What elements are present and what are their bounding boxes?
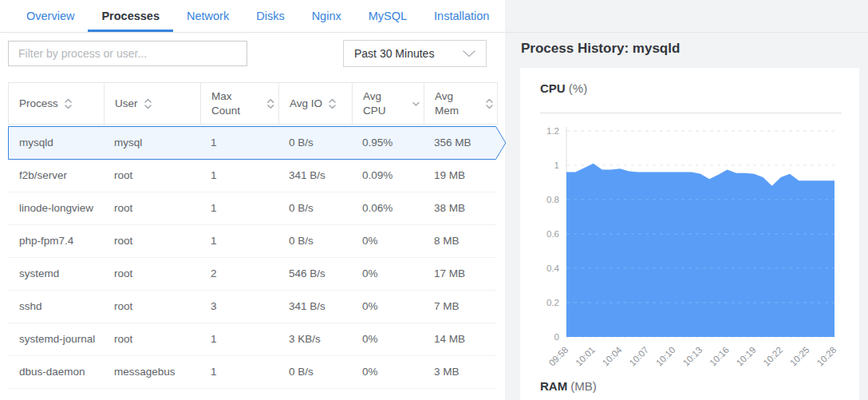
cell-user: root	[103, 225, 199, 257]
cell-max-count: 1	[199, 192, 278, 224]
cell-avg-mem: 19 MB	[423, 160, 496, 192]
cell-avg-cpu: 0.09%	[351, 160, 423, 192]
cpu-chart-title-label: CPU	[540, 81, 566, 95]
svg-text:0.8: 0.8	[546, 195, 559, 204]
column-label: Avg CPU	[363, 89, 406, 117]
cell-process: linode-longview	[8, 192, 103, 224]
cpu-chart-title: CPU (%)	[540, 81, 587, 95]
cell-avg-mem: 4 MB	[423, 389, 496, 400]
table-row[interactable]: systemdroot2546 B/s0%17 MB	[8, 258, 496, 291]
cell-user: root	[103, 323, 199, 355]
tab-disks[interactable]: Disks	[243, 0, 298, 32]
svg-text:09:58: 09:58	[547, 345, 570, 368]
cell-avg-mem: 17 MB	[423, 258, 496, 290]
cell-avg-io: 0 B/s	[278, 126, 351, 160]
cell-avg-mem: 38 MB	[423, 192, 496, 224]
cell-avg-io: 0 B/s	[278, 389, 351, 400]
table-row[interactable]: systemd-loginroot10 B/s0%4 MB	[8, 389, 496, 400]
column-header-user[interactable]: User	[104, 83, 200, 124]
table-row-selected[interactable]: mysqldmysql10 B/s0.95%356 MB	[8, 126, 507, 160]
svg-text:10:07: 10:07	[627, 345, 650, 368]
chart-title-divider	[540, 113, 842, 113]
table-row[interactable]: sshdroot3341 B/s0%7 MB	[8, 291, 496, 323]
svg-text:0.6: 0.6	[546, 229, 559, 239]
column-header-avg-mem[interactable]: Avg Mem	[424, 83, 497, 124]
tab-bar: OverviewProcessesNetworkDisksNginxMySQLI…	[0, 0, 868, 33]
cell-avg-cpu: 0%	[351, 258, 423, 290]
cell-avg-io: 546 B/s	[278, 258, 351, 290]
cell-user: root	[103, 192, 199, 224]
cell-max-count: 1	[199, 126, 278, 160]
cell-avg-mem: 356 MB	[423, 126, 496, 160]
column-label: User	[115, 97, 138, 111]
cell-max-count: 3	[199, 291, 278, 323]
table-row[interactable]: php-fpm7.4root10 B/s0%8 MB	[8, 225, 496, 258]
cell-avg-io: 0 B/s	[278, 356, 351, 388]
process-history-card: CPU (%) 00.20.40.60.811.209:5810:0110:04…	[520, 68, 859, 400]
svg-text:10:25: 10:25	[788, 345, 811, 368]
ram-chart-title: RAM (MB)	[540, 379, 597, 393]
tab-nginx[interactable]: Nginx	[298, 0, 355, 32]
time-range-select[interactable]: Past 30 Minutes	[343, 40, 487, 67]
cell-user: mysql	[103, 126, 199, 160]
table-row[interactable]: dbus-daemonmessagebus10 B/s0%3 MB	[8, 356, 496, 389]
cell-process: php-fpm7.4	[8, 225, 103, 257]
svg-text:1.2: 1.2	[546, 126, 559, 136]
cell-avg-cpu: 0%	[351, 323, 423, 355]
sort-both-icon	[266, 97, 275, 110]
cell-avg-io: 0 B/s	[278, 225, 351, 257]
sort-both-icon	[64, 97, 73, 110]
svg-text:10:13: 10:13	[681, 345, 704, 368]
column-header-process[interactable]: Process	[9, 83, 104, 124]
cell-process: systemd-journal	[8, 323, 103, 355]
cell-process: f2b/server	[8, 160, 103, 192]
table-row[interactable]: f2b/serverroot1341 B/s0.09%19 MB	[8, 160, 496, 192]
cell-process: sshd	[8, 291, 103, 323]
cell-process: mysqld	[8, 126, 103, 160]
column-label: Avg IO	[290, 97, 322, 111]
sort-both-icon	[485, 97, 494, 110]
tab-installation[interactable]: Installation	[420, 0, 503, 32]
table-row[interactable]: systemd-journalroot13 KB/s0%14 MB	[8, 323, 496, 356]
column-label: Process	[19, 97, 58, 111]
cell-process: dbus-daemon	[8, 356, 103, 388]
cell-user: root	[103, 389, 199, 400]
cell-avg-io: 0 B/s	[278, 192, 351, 224]
column-header-max-count[interactable]: Max Count	[200, 83, 278, 124]
cell-max-count: 1	[199, 160, 278, 192]
cell-process: systemd-login	[8, 389, 103, 400]
cell-process: systemd	[8, 258, 103, 290]
table-row[interactable]: linode-longviewroot10 B/s0.06%38 MB	[8, 192, 496, 225]
sort-both-icon	[328, 97, 337, 110]
sort-both-icon	[144, 97, 152, 110]
tab-overview[interactable]: Overview	[13, 0, 88, 32]
cell-max-count: 1	[199, 389, 278, 400]
cell-user: root	[103, 258, 199, 290]
column-header-avg-cpu[interactable]: Avg CPU	[352, 83, 424, 124]
cell-avg-cpu: 0%	[351, 291, 423, 323]
cell-user: root	[103, 160, 199, 192]
cpu-chart-unit: (%)	[569, 81, 587, 95]
cell-avg-mem: 8 MB	[423, 225, 496, 257]
svg-text:10:01: 10:01	[574, 345, 597, 368]
time-range-value: Past 30 Minutes	[354, 47, 434, 60]
tab-network[interactable]: Network	[173, 0, 243, 32]
cell-avg-mem: 7 MB	[423, 291, 496, 323]
svg-text:10:22: 10:22	[761, 345, 784, 368]
cell-avg-cpu: 0%	[351, 225, 423, 257]
ram-chart-title-label: RAM	[540, 379, 567, 393]
process-filter-input[interactable]	[8, 41, 247, 66]
cell-avg-cpu: 0%	[351, 389, 423, 400]
tab-mysql[interactable]: MySQL	[355, 0, 420, 32]
cell-avg-io: 341 B/s	[278, 160, 351, 192]
cell-max-count: 2	[199, 258, 278, 290]
column-label: Avg Mem	[435, 89, 479, 117]
tab-processes[interactable]: Processes	[88, 0, 173, 32]
chevron-down-icon	[463, 50, 475, 57]
cell-avg-io: 3 KB/s	[278, 323, 351, 355]
process-table: ProcessUserMax CountAvg IOAvg CPUAvg Mem…	[8, 82, 498, 400]
svg-text:0.4: 0.4	[546, 263, 560, 273]
column-header-avg-io[interactable]: Avg IO	[278, 83, 352, 124]
cell-avg-mem: 14 MB	[423, 323, 496, 355]
svg-text:10:28: 10:28	[815, 345, 838, 368]
